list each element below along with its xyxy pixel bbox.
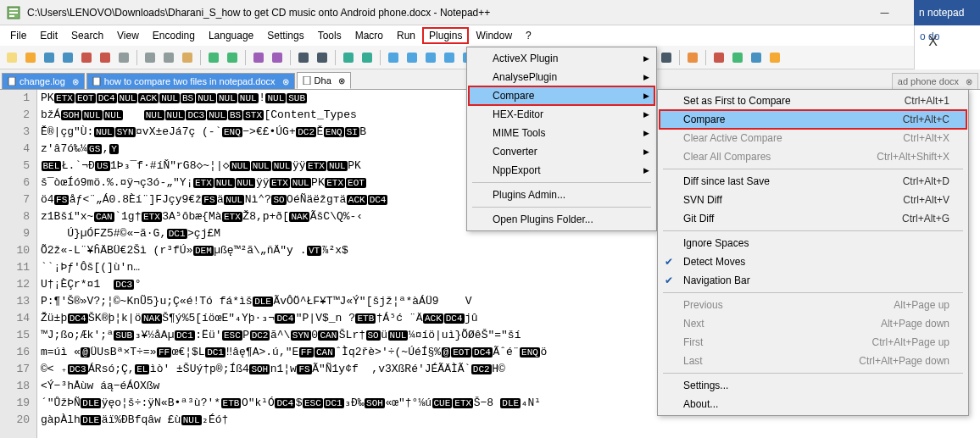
redo-icon[interactable]	[224, 49, 241, 66]
toolbar-separator	[380, 50, 381, 65]
menu-separator	[472, 207, 651, 208]
svg-rect-22	[388, 53, 398, 63]
svg-rect-43	[303, 76, 310, 85]
svg-rect-18	[298, 53, 309, 63]
line-number: 11	[0, 259, 30, 276]
sync-h-icon[interactable]	[359, 49, 376, 66]
cut-icon[interactable]	[142, 49, 159, 66]
secondary-close-button[interactable]: X	[928, 34, 938, 49]
menu-file[interactable]: File	[3, 27, 33, 44]
compare-menu-item-set-as-first-to-compare[interactable]: Set as First to CompareCtrl+Alt+1	[660, 91, 966, 110]
tab-change-log[interactable]: change.log⊗	[2, 73, 85, 89]
partial-hidden-tab[interactable]: ad phone docx⊗	[892, 73, 978, 89]
pref-icon[interactable]	[684, 49, 701, 66]
copy-icon[interactable]	[160, 49, 177, 66]
wrap-icon[interactable]	[385, 49, 402, 66]
p2-icon[interactable]	[729, 49, 746, 66]
menu-plugins[interactable]: Plugins	[422, 27, 469, 44]
find-icon[interactable]	[250, 49, 267, 66]
fold-icon[interactable]	[441, 49, 458, 66]
shortcut-label: Ctrl+Alt+V	[869, 194, 949, 206]
open-icon[interactable]	[22, 49, 39, 66]
background-window-title-fragment: n notepad	[914, 0, 980, 25]
menu-separator	[663, 373, 963, 374]
tab-close-icon[interactable]: ⊗	[966, 77, 972, 86]
plugins-menu-item-open-plugins-folder---[interactable]: Open Plugins Folder...	[469, 210, 654, 229]
line-number: 1	[0, 90, 30, 107]
menu-macro[interactable]: Macro	[348, 27, 390, 44]
close-all-icon[interactable]	[97, 49, 114, 66]
zoom-out-icon[interactable]	[314, 49, 331, 66]
menu-tools[interactable]: Tools	[311, 27, 348, 44]
compare-menu-item-git-diff[interactable]: Git DiffCtrl+Alt+G	[660, 209, 966, 228]
shortcut-label: Alt+Page down	[847, 318, 949, 330]
new-icon[interactable]	[3, 49, 20, 66]
plugins-menu-item-converter[interactable]: Converter▶	[469, 142, 654, 161]
compare-menu-item-first: FirstCtrl+Alt+Page up	[660, 333, 966, 352]
menu-language[interactable]: Language	[202, 27, 260, 44]
print-icon[interactable]	[115, 49, 132, 66]
tab-close-icon[interactable]: ⊗	[282, 77, 289, 86]
p3-icon[interactable]	[748, 49, 765, 66]
svg-rect-19	[317, 53, 327, 63]
menu-separator	[663, 292, 963, 293]
indent-icon[interactable]	[422, 49, 439, 66]
plugins-menu-item-plugins-admin---[interactable]: Plugins Admin...	[469, 186, 654, 204]
menu-[interactable]: ?	[519, 27, 538, 44]
tab-close-icon[interactable]: ⊗	[338, 76, 345, 86]
line-number: 6	[0, 175, 30, 191]
tab-how-to-compare-two-files-in-notepad-docx[interactable]: how to compare two files in notepad.docx…	[86, 73, 295, 89]
menu-settings[interactable]: Settings	[260, 27, 310, 44]
menu-edit[interactable]: Edit	[33, 27, 64, 44]
menu-search[interactable]: Search	[64, 27, 110, 44]
undo-icon[interactable]	[205, 49, 222, 66]
toolbar-separator	[705, 50, 706, 65]
menu-encoding[interactable]: Encoding	[146, 27, 202, 44]
plugins-menu-item-activex-plugin[interactable]: ActiveX Plugin▶	[469, 49, 654, 68]
compare-menu-item-about---[interactable]: About...	[660, 395, 966, 413]
compare-menu-item-compare[interactable]: CompareCtrl+Alt+C	[660, 110, 966, 129]
shortcut-label: Ctrl+Alt+G	[868, 213, 949, 225]
save-icon[interactable]	[41, 49, 58, 66]
tab-dha[interactable]: Dha⊗	[297, 72, 351, 89]
paste-icon[interactable]	[179, 49, 196, 66]
plugins-menu-item-nppexport[interactable]: NppExport▶	[469, 161, 654, 180]
line-number: 12	[0, 276, 30, 293]
svg-rect-23	[407, 53, 417, 63]
svg-rect-25	[444, 53, 454, 63]
replace-icon[interactable]	[269, 49, 286, 66]
submenu-arrow-icon: ▶	[643, 129, 649, 137]
toolbar-separator	[679, 50, 680, 65]
save-all-icon[interactable]	[59, 49, 76, 66]
compare-menu-item-settings---[interactable]: Settings...	[660, 376, 966, 395]
plugins-menu-item-hex-editor[interactable]: HEX-Editor▶	[469, 105, 654, 124]
minimize-button[interactable]: —	[866, 0, 904, 25]
line-number: 3	[0, 124, 30, 141]
compare-menu-item-detect-moves[interactable]: ✔Detect Moves	[660, 252, 966, 271]
tab-close-icon[interactable]: ⊗	[72, 77, 79, 86]
plugins-menu-item-mime-tools[interactable]: MIME Tools▶	[469, 124, 654, 142]
zoom-in-icon[interactable]	[295, 49, 312, 66]
line-number: 9	[0, 225, 30, 242]
toolbar-separator	[335, 50, 336, 65]
menu-run[interactable]: Run	[390, 27, 422, 44]
p4-icon[interactable]	[766, 49, 783, 66]
sync-v-icon[interactable]	[340, 49, 357, 66]
compare-menu-item-ignore-spaces[interactable]: Ignore Spaces	[660, 234, 966, 252]
compare-menu-item-svn-diff[interactable]: SVN DiffCtrl+Alt+V	[660, 191, 966, 209]
close-doc-icon[interactable]	[78, 49, 95, 66]
plugins-menu: ActiveX Plugin▶AnalysePlugin▶Compare▶HEX…	[466, 47, 657, 231]
plugins-menu-item-compare[interactable]: Compare▶	[469, 86, 654, 105]
line-number: 4	[0, 141, 30, 158]
compare-menu-item-navigation-bar[interactable]: ✔Navigation Bar	[660, 271, 966, 290]
compare-menu-item-clear-all-compares: Clear All ComparesCtrl+Alt+Shift+X	[660, 147, 966, 166]
plugins-menu-item-analyseplugin[interactable]: AnalysePlugin▶	[469, 68, 654, 86]
menu-window[interactable]: Window	[469, 27, 519, 44]
compare-menu-item-diff-since-last-save[interactable]: Diff since last SaveCtrl+Alt+D	[660, 172, 966, 191]
line-number: 17	[0, 361, 30, 378]
show-all-icon[interactable]	[404, 49, 420, 66]
submenu-arrow-icon: ▶	[643, 73, 649, 81]
menu-view[interactable]: View	[110, 27, 146, 44]
stop-icon[interactable]	[658, 49, 675, 66]
p1-icon[interactable]	[710, 49, 727, 66]
